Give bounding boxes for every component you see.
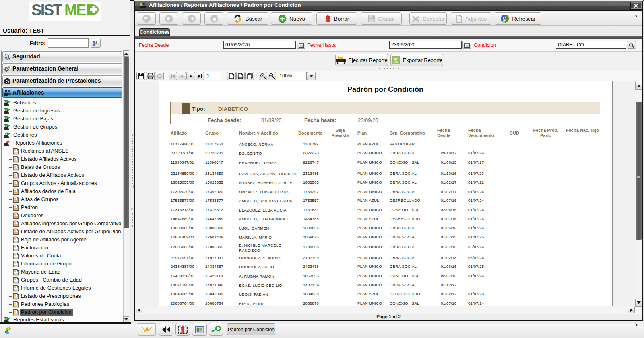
svg-text:A: A bbox=[14, 254, 16, 257]
svg-text:A: A bbox=[14, 174, 16, 176]
svg-text:A: A bbox=[14, 270, 16, 273]
svg-text:A: A bbox=[14, 303, 16, 305]
svg-text:A: A bbox=[14, 238, 16, 241]
svg-text:A: A bbox=[14, 294, 16, 297]
svg-text:A: A bbox=[14, 278, 16, 281]
svg-text:X: X bbox=[393, 57, 398, 64]
svg-text:A: A bbox=[14, 246, 16, 249]
svg-text:A: A bbox=[14, 166, 16, 168]
svg-text:A: A bbox=[14, 182, 16, 184]
svg-text:A: A bbox=[14, 222, 16, 224]
svg-text:A: A bbox=[14, 190, 16, 192]
svg-text:A: A bbox=[14, 214, 16, 216]
svg-text:SIST: SIST bbox=[31, 3, 62, 19]
svg-text:ME: ME bbox=[64, 3, 86, 19]
svg-text:A: A bbox=[14, 198, 16, 200]
svg-text:A: A bbox=[14, 230, 16, 232]
svg-text:A: A bbox=[14, 311, 16, 313]
svg-text:A: A bbox=[14, 158, 16, 160]
svg-text:A: A bbox=[14, 262, 16, 265]
svg-text:A: A bbox=[14, 286, 16, 289]
svg-text:A: A bbox=[14, 149, 16, 152]
svg-text:A: A bbox=[14, 206, 16, 208]
